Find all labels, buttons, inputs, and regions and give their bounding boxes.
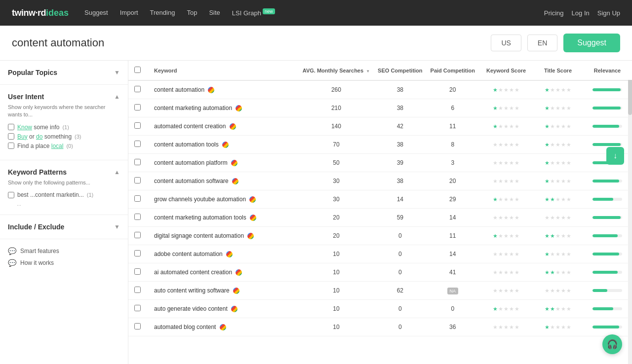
col-seo-header: SEO Competition	[374, 61, 426, 80]
logo[interactable]: twinw·rd ideas	[12, 8, 69, 18]
nav-suggest[interactable]: Suggest	[84, 9, 108, 17]
google-icon[interactable]	[247, 233, 254, 239]
nav-signup[interactable]: Sign Up	[597, 9, 620, 17]
keyword-patterns-header[interactable]: Keyword Patterns ▲	[8, 168, 120, 176]
paid-cell: 0	[427, 300, 479, 318]
google-icon[interactable]	[250, 215, 256, 221]
star: ★	[555, 269, 560, 276]
keyword-text: digital signage content automation	[154, 232, 244, 239]
bar-track	[592, 216, 622, 219]
star: ★	[545, 215, 550, 221]
google-icon[interactable]	[226, 251, 233, 257]
include-exclude-header[interactable]: Include / Exclude ▼	[8, 223, 120, 231]
star: ★	[555, 324, 560, 330]
row-checkbox[interactable]	[134, 250, 141, 256]
table-row: content marketing automation 210 38 6 ★★…	[128, 99, 632, 117]
row-checkbox[interactable]	[134, 177, 141, 183]
filter-local-checkbox[interactable]	[8, 143, 14, 149]
keyword-cell: content automation	[146, 80, 299, 99]
row-checkbox[interactable]	[134, 86, 141, 92]
language-btn-en[interactable]: EN	[527, 35, 557, 51]
row-checkbox[interactable]	[134, 232, 141, 238]
buy-link[interactable]: Buy	[17, 133, 28, 140]
google-icon[interactable]	[222, 142, 229, 148]
google-icon[interactable]	[231, 160, 237, 166]
relevance-cell	[583, 227, 632, 245]
row-checkbox[interactable]	[134, 323, 141, 329]
user-intent-header[interactable]: User Intent ▲	[8, 93, 120, 101]
nav-login[interactable]: Log In	[572, 9, 590, 17]
avg-cell: 10	[299, 300, 374, 318]
google-icon[interactable]	[249, 196, 256, 203]
star: ★	[566, 324, 571, 330]
star: ★	[493, 233, 498, 239]
avg-sort-icon[interactable]: ▼	[366, 69, 370, 73]
keyword-cell: content automation platform	[146, 154, 299, 172]
star: ★	[561, 87, 566, 93]
row-checkbox[interactable]	[134, 305, 141, 311]
row-checkbox[interactable]	[134, 214, 141, 220]
do-link[interactable]: do	[36, 133, 42, 140]
title-score-cell: ★★★★★	[533, 136, 583, 154]
keyword-text: auto content writing software	[154, 287, 230, 294]
paid-cell: NA	[427, 282, 479, 300]
nav-import[interactable]: Import	[120, 9, 138, 17]
paid-cell: 11	[427, 227, 479, 245]
filter-best-checkbox[interactable]	[8, 192, 14, 198]
paid-cell: 36	[427, 318, 479, 336]
row-checkbox[interactable]	[134, 287, 141, 293]
bar-fill	[592, 289, 607, 292]
bar-fill	[592, 107, 621, 109]
google-icon[interactable]	[233, 288, 239, 294]
how-it-works-label: How it works	[20, 259, 54, 266]
star: ★	[493, 87, 498, 93]
row-checkbox-cell	[128, 80, 146, 99]
google-icon[interactable]	[220, 324, 226, 330]
star: ★	[504, 324, 509, 330]
row-checkbox[interactable]	[134, 104, 141, 110]
row-checkbox[interactable]	[134, 141, 141, 147]
row-checkbox[interactable]	[134, 159, 141, 165]
filter-know-label: Know some info	[17, 124, 59, 131]
star: ★	[509, 324, 514, 330]
google-icon[interactable]	[236, 269, 242, 276]
nav-top[interactable]: Top	[187, 9, 197, 17]
nav-site[interactable]: Site	[209, 9, 220, 17]
seo-cell: 38	[374, 99, 426, 117]
star: ★	[514, 160, 519, 166]
know-link[interactable]: Know	[17, 124, 32, 131]
google-icon[interactable]	[231, 306, 237, 312]
star: ★	[555, 105, 560, 111]
seo-cell: 0	[374, 245, 426, 263]
bar-track	[592, 198, 622, 201]
relevance-bar	[587, 307, 628, 310]
row-checkbox[interactable]	[134, 122, 141, 129]
seo-cell: 39	[374, 154, 426, 172]
user-intent-chevron: ▲	[114, 93, 120, 100]
filter-buy-checkbox[interactable]	[8, 133, 14, 140]
smart-features-link[interactable]: 💬 Smart features	[8, 247, 120, 255]
download-button[interactable]: ↓	[606, 147, 624, 165]
star: ★	[504, 196, 509, 203]
nav-lsi-graph[interactable]: LSI Graphnew	[232, 9, 275, 17]
bar-track	[592, 271, 622, 274]
select-all-checkbox[interactable]	[134, 67, 141, 73]
language-btn-us[interactable]: US	[491, 35, 521, 51]
nav-trending[interactable]: Trending	[150, 9, 175, 17]
nav-pricing[interactable]: Pricing	[544, 9, 564, 17]
local-link[interactable]: local	[51, 143, 64, 149]
row-checkbox[interactable]	[134, 195, 141, 202]
google-icon[interactable]	[230, 123, 236, 130]
google-icon[interactable]	[232, 178, 238, 184]
popular-topics-header[interactable]: Popular Topics ▼	[8, 69, 120, 76]
suggest-button[interactable]: Suggest	[563, 34, 620, 52]
google-icon[interactable]	[208, 87, 214, 93]
how-it-works-link[interactable]: 💬 How it works	[8, 259, 120, 267]
google-icon[interactable]	[236, 105, 242, 111]
filter-know-checkbox[interactable]	[8, 124, 14, 130]
table-row: content automation platform 50 39 3 ★★★★…	[128, 154, 632, 172]
row-checkbox[interactable]	[134, 268, 141, 275]
star: ★	[555, 233, 560, 239]
star: ★	[504, 288, 509, 294]
help-button[interactable]: 🎧	[602, 334, 622, 354]
